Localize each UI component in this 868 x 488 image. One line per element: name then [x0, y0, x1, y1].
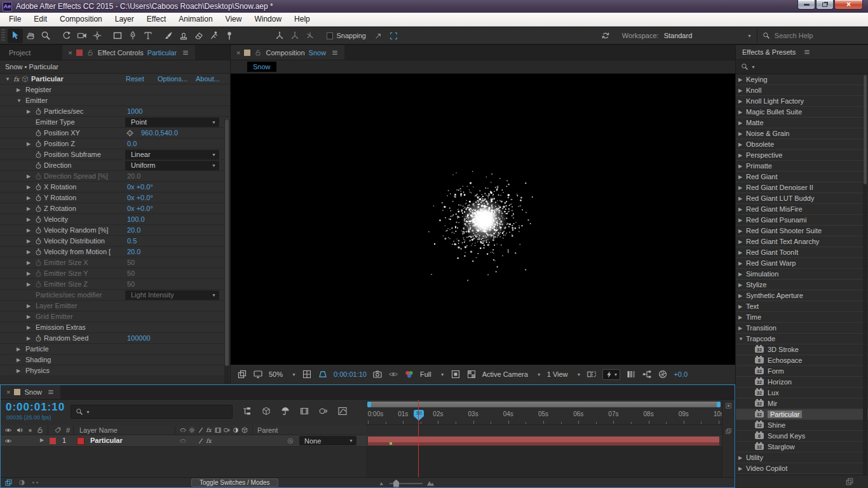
effects-item-mir[interactable]: 32Mir — [736, 398, 868, 409]
tab-effect-controls[interactable]: × Effect Controls Particular — [62, 45, 195, 60]
layer-label-chip[interactable] — [50, 438, 56, 444]
zoom-out-mountain-icon[interactable] — [379, 480, 386, 487]
twirl-icon[interactable]: ▶ — [738, 120, 746, 126]
twirl-icon[interactable]: ▶ — [738, 228, 746, 234]
stopwatch-icon[interactable] — [34, 280, 43, 288]
effect-row-emission-extras[interactable]: ▶Emission Extras — [0, 322, 230, 333]
twirl-icon[interactable]: ▶ — [27, 249, 34, 255]
timeline-search-field[interactable]: ▼ — [71, 405, 233, 419]
effect-row-velocity[interactable]: ▶Velocity100.0 — [0, 214, 230, 225]
twirl-icon[interactable]: ▶ — [738, 88, 746, 93]
twirl-icon[interactable]: ▶ — [738, 325, 746, 331]
view-axis-mode[interactable] — [302, 29, 318, 43]
twirl-icon[interactable]: ▶ — [27, 173, 34, 179]
stopwatch-icon[interactable] — [34, 107, 43, 116]
twirl-icon[interactable]: ▶ — [738, 163, 746, 169]
twirl-icon[interactable]: ▶ — [27, 217, 34, 222]
param-value[interactable]: 960.0,540.0 — [141, 129, 178, 137]
expand-inout-panes-icon[interactable] — [31, 478, 39, 487]
layer-fx-toggle[interactable]: fx — [205, 437, 213, 445]
comp-flowchart-icon[interactable] — [642, 369, 652, 379]
menu-file[interactable]: File — [3, 13, 27, 26]
twirl-icon[interactable]: ▶ — [738, 185, 746, 191]
twirl-icon[interactable]: ▶ — [738, 304, 746, 309]
twirl-icon[interactable]: ▶ — [738, 77, 746, 83]
twirl-icon[interactable]: ▶ — [27, 303, 34, 309]
zoom-tool[interactable] — [38, 29, 53, 43]
effect-row-direction[interactable]: DirectionUniform▼ — [0, 160, 230, 171]
effect-row-position-z[interactable]: ▶Position Z0.0 — [0, 139, 230, 149]
effect-row-emitter-type[interactable]: Emitter TypePoint▼ — [0, 117, 230, 128]
reset-link[interactable]: Reset — [126, 75, 144, 83]
effects-search-field[interactable]: ▼ — [736, 60, 868, 74]
menu-layer[interactable]: Layer — [109, 13, 140, 26]
type-tool[interactable] — [140, 29, 156, 43]
effects-item-starglow[interactable]: 32Starglow — [736, 442, 868, 452]
effect-row-position-subframe[interactable]: Position SubframeLinear▼ — [0, 149, 230, 160]
effect-row-layer-emitter[interactable]: ▶Layer Emitter — [0, 301, 230, 311]
menu-animation[interactable]: Animation — [172, 13, 219, 26]
effects-item-echospace[interactable]: 8Echospace — [736, 355, 868, 366]
param-value[interactable]: 50 — [127, 280, 135, 288]
exposure-value[interactable]: +0.0 — [674, 370, 688, 378]
layer-row-particular[interactable]: ▶ 1 Particular fx None▼ — [1, 435, 366, 447]
twirl-icon[interactable]: ▶ — [738, 271, 746, 277]
twirl-icon[interactable]: ▶ — [27, 271, 34, 276]
twirl-icon[interactable]: ▶ — [738, 466, 746, 471]
pan-behind-tool[interactable] — [90, 29, 105, 43]
draft-3d-icon[interactable] — [261, 406, 271, 416]
menu-composition[interactable]: Composition — [53, 13, 109, 26]
resolution-select[interactable]: Full▼ — [420, 370, 445, 378]
stopwatch-icon[interactable] — [34, 183, 43, 191]
channels-icon[interactable] — [404, 369, 414, 379]
time-ruler[interactable]: 0:00s01s02s03s04s05s06s07s08s09s10s — [366, 400, 722, 425]
param-value[interactable]: 50 — [127, 259, 135, 266]
current-time-indicator-line[interactable] — [418, 400, 419, 477]
comp-crumb-snow[interactable]: Snow — [247, 62, 276, 72]
comp-button-icon[interactable] — [725, 428, 732, 435]
twirl-icon[interactable]: ▶ — [738, 196, 746, 201]
effects-item-keying[interactable]: ▶Keying — [736, 74, 868, 85]
menu-edit[interactable]: Edit — [27, 13, 53, 26]
twirl-icon[interactable]: ▶ — [738, 131, 746, 137]
close-tab-icon[interactable]: × — [236, 49, 240, 57]
stopwatch-icon[interactable] — [34, 259, 43, 267]
param-dropdown[interactable]: Point▼ — [125, 118, 219, 127]
effects-item-time[interactable]: ▶Time — [736, 312, 868, 323]
param-value[interactable]: 0.5 — [127, 237, 137, 245]
param-value[interactable]: 0x +0.0° — [127, 194, 153, 201]
effect-row-random-seed[interactable]: ▶Random Seed100000 — [0, 333, 230, 344]
toolbar-grip[interactable] — [1, 29, 5, 42]
effect-row-position-xy[interactable]: Position XY960.0,540.0 — [0, 128, 230, 139]
twirl-icon[interactable]: ▶ — [27, 184, 34, 190]
motion-blur-icon[interactable] — [318, 406, 329, 416]
effects-item-red-giant-denoiser-ii[interactable]: ▶Red Giant Denoiser II — [736, 182, 868, 193]
pixel-aspect-icon[interactable] — [587, 369, 597, 379]
effects-item-knoll[interactable]: ▶Knoll — [736, 85, 868, 96]
twirl-icon[interactable]: ▶ — [738, 217, 746, 223]
monitor-icon[interactable] — [253, 369, 263, 379]
twirl-icon[interactable]: ▶ — [27, 206, 34, 212]
grid-guides-icon[interactable] — [302, 369, 312, 379]
twirl-open-icon[interactable]: ▼ — [5, 76, 13, 82]
snapshot-icon[interactable] — [372, 369, 383, 379]
effects-item-shine[interactable]: 32Shine — [736, 420, 868, 431]
stopwatch-icon[interactable] — [34, 269, 43, 278]
effects-item-horizon[interactable]: 32Horizon — [736, 377, 868, 388]
help-search-field[interactable]: Search Help — [763, 32, 868, 39]
effect-row-register[interactable]: ▶Register — [0, 85, 230, 95]
workspace-cycle[interactable] — [598, 29, 613, 43]
hide-shy-layers-icon[interactable] — [280, 406, 290, 416]
twirl-icon[interactable]: ▶ — [738, 98, 746, 104]
effect-row-velocity-distribution[interactable]: ▶Velocity Distribution0.5 — [0, 236, 230, 247]
effects-item-red-giant-warp[interactable]: ▶Red Giant Warp — [736, 258, 868, 269]
effects-item-text[interactable]: ▶Text — [736, 301, 868, 312]
panel-menu-icon[interactable] — [803, 48, 811, 56]
layer-expander[interactable]: ▶ — [40, 437, 48, 443]
toggle-switches-modes-button[interactable]: Toggle Switches / Modes — [191, 478, 278, 487]
layer-name[interactable]: Particular — [90, 437, 123, 444]
shape-tool[interactable] — [110, 29, 125, 43]
twirl-icon[interactable]: ▶ — [738, 293, 746, 299]
param-value[interactable]: 100.0 — [127, 215, 145, 223]
close-tab-icon[interactable]: × — [6, 388, 10, 396]
